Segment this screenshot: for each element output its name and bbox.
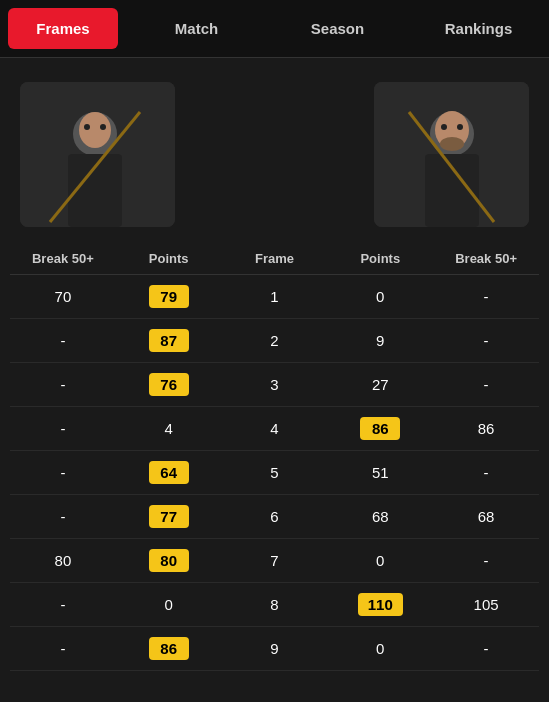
table-row: -08110105 bbox=[10, 583, 539, 627]
table-cell: - bbox=[433, 552, 539, 569]
tab-frames[interactable]: Frames bbox=[8, 8, 118, 49]
table-cell: 110 bbox=[327, 593, 433, 616]
table-row: -448686 bbox=[10, 407, 539, 451]
table-cell: 86 bbox=[433, 420, 539, 437]
stats-rows: 707910--8729--76327--448686-64551--77668… bbox=[10, 275, 539, 671]
table-cell: 9 bbox=[222, 640, 328, 657]
left-player-image bbox=[20, 82, 175, 227]
right-player-image bbox=[374, 82, 529, 227]
tab-match[interactable]: Match bbox=[126, 0, 267, 57]
table-row: 808070- bbox=[10, 539, 539, 583]
table-row: -8690- bbox=[10, 627, 539, 671]
table-cell: 79 bbox=[116, 285, 222, 308]
table-cell: 76 bbox=[116, 373, 222, 396]
svg-point-5 bbox=[84, 124, 90, 130]
svg-point-14 bbox=[440, 137, 464, 151]
table-cell: - bbox=[10, 376, 116, 393]
table-row: -7766868 bbox=[10, 495, 539, 539]
table-cell: 6 bbox=[222, 508, 328, 525]
table-cell: 0 bbox=[327, 288, 433, 305]
table-cell: - bbox=[10, 420, 116, 437]
table-cell: 4 bbox=[222, 420, 328, 437]
table-cell: 9 bbox=[327, 332, 433, 349]
table-cell: - bbox=[10, 332, 116, 349]
header-frame: Frame bbox=[222, 251, 328, 266]
table-cell: - bbox=[433, 376, 539, 393]
stats-table: Break 50+ Points Frame Points Break 50+ … bbox=[0, 243, 549, 671]
table-cell: - bbox=[433, 640, 539, 657]
header-left-points: Points bbox=[116, 251, 222, 266]
svg-point-4 bbox=[79, 112, 111, 148]
table-cell: 77 bbox=[116, 505, 222, 528]
svg-point-6 bbox=[100, 124, 106, 130]
table-cell: - bbox=[433, 464, 539, 481]
table-cell: 105 bbox=[433, 596, 539, 613]
tab-bar: Frames Match Season Rankings bbox=[0, 0, 549, 58]
table-cell: 64 bbox=[116, 461, 222, 484]
table-cell: 51 bbox=[327, 464, 433, 481]
table-cell: 0 bbox=[327, 552, 433, 569]
table-cell: 80 bbox=[10, 552, 116, 569]
table-cell: 8 bbox=[222, 596, 328, 613]
left-player-card bbox=[20, 82, 175, 227]
table-cell: - bbox=[433, 288, 539, 305]
table-cell: 86 bbox=[116, 637, 222, 660]
table-cell: 70 bbox=[10, 288, 116, 305]
table-cell: 0 bbox=[116, 596, 222, 613]
table-cell: 68 bbox=[327, 508, 433, 525]
svg-point-13 bbox=[457, 124, 463, 130]
table-cell: 4 bbox=[116, 420, 222, 437]
table-row: 707910- bbox=[10, 275, 539, 319]
table-cell: 87 bbox=[116, 329, 222, 352]
stats-header: Break 50+ Points Frame Points Break 50+ bbox=[10, 243, 539, 275]
tab-rankings[interactable]: Rankings bbox=[408, 0, 549, 57]
table-cell: 27 bbox=[327, 376, 433, 393]
table-row: -8729- bbox=[10, 319, 539, 363]
table-cell: 86 bbox=[327, 417, 433, 440]
table-cell: 2 bbox=[222, 332, 328, 349]
table-cell: 68 bbox=[433, 508, 539, 525]
table-cell: 5 bbox=[222, 464, 328, 481]
table-cell: 1 bbox=[222, 288, 328, 305]
right-player-card bbox=[374, 82, 529, 227]
table-cell: - bbox=[10, 640, 116, 657]
table-cell: - bbox=[433, 332, 539, 349]
table-cell: 0 bbox=[327, 640, 433, 657]
table-cell: - bbox=[10, 464, 116, 481]
tab-season[interactable]: Season bbox=[267, 0, 408, 57]
table-row: -64551- bbox=[10, 451, 539, 495]
header-right-points: Points bbox=[327, 251, 433, 266]
players-row bbox=[0, 66, 549, 243]
table-row: -76327- bbox=[10, 363, 539, 407]
svg-point-12 bbox=[441, 124, 447, 130]
table-cell: 3 bbox=[222, 376, 328, 393]
table-cell: 7 bbox=[222, 552, 328, 569]
table-cell: 80 bbox=[116, 549, 222, 572]
table-cell: - bbox=[10, 508, 116, 525]
table-cell: - bbox=[10, 596, 116, 613]
header-right-break: Break 50+ bbox=[433, 251, 539, 266]
header-left-break: Break 50+ bbox=[10, 251, 116, 266]
